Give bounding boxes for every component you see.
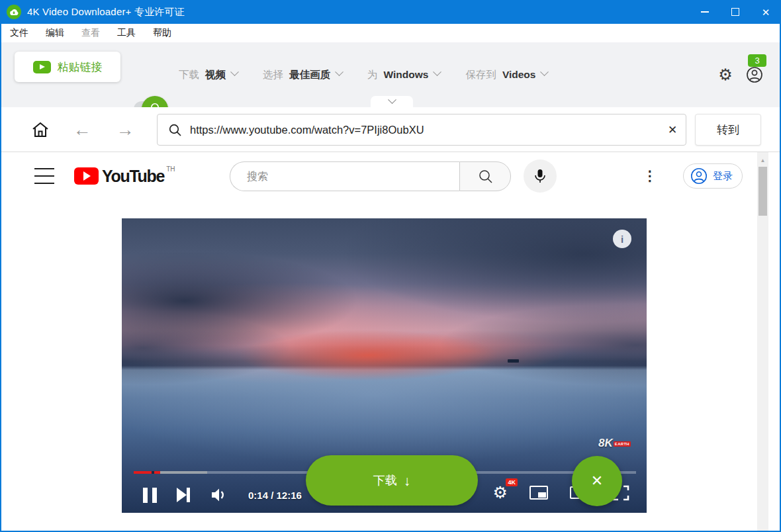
paste-link-label: 粘贴链接 bbox=[58, 60, 103, 75]
forward-button[interactable]: → bbox=[112, 117, 138, 142]
menu-bar: 文件 编辑 查看 工具 帮助 bbox=[1, 24, 780, 42]
back-button[interactable]: ← bbox=[69, 117, 95, 142]
dropdown-value: 最佳画质 bbox=[289, 68, 330, 82]
save-location-dropdown[interactable]: 保存到 Videos bbox=[465, 68, 547, 82]
go-button[interactable]: 转到 bbox=[695, 114, 761, 146]
address-bar: ✕ bbox=[157, 114, 686, 146]
ship-silhouette bbox=[508, 359, 519, 363]
volume-button[interactable] bbox=[210, 486, 228, 504]
search-icon bbox=[168, 123, 182, 137]
close-button[interactable]: ✕ bbox=[751, 0, 781, 24]
download-button[interactable]: 下载 ↓ bbox=[306, 455, 478, 506]
sign-in-label: 登录 bbox=[713, 170, 733, 183]
title-bar: 4K Video Downloader+ 专业许可证 ✕ bbox=[0, 0, 781, 24]
minimize-button[interactable] bbox=[690, 0, 720, 24]
dropdown-value: Videos bbox=[502, 69, 536, 81]
watermark-tag: EARTH bbox=[614, 441, 631, 447]
youtube-search bbox=[230, 161, 511, 191]
quality-dropdown[interactable]: 选择 最佳画质 bbox=[263, 68, 342, 82]
player-controls-left: 0:14 / 12:16 bbox=[143, 482, 302, 508]
scrollbar[interactable]: ▲ bbox=[757, 152, 768, 531]
watermark-text: 8K bbox=[598, 437, 613, 450]
notification-badge: 3 bbox=[748, 54, 766, 67]
dropdown-prefix: 选择 bbox=[263, 68, 283, 82]
time-display: 0:14 / 12:16 bbox=[248, 490, 302, 501]
platform-dropdown[interactable]: 为 Windows bbox=[367, 68, 440, 82]
close-icon: ✕ bbox=[591, 472, 603, 490]
dropdown-prefix: 保存到 bbox=[465, 68, 496, 82]
youtube-region-label: TH bbox=[166, 165, 175, 174]
speaker-icon bbox=[210, 486, 228, 504]
back-arrow-icon: ← bbox=[73, 120, 91, 140]
sign-in-button[interactable]: 登录 bbox=[683, 163, 743, 189]
home-icon bbox=[31, 121, 50, 138]
scrollbar-thumb[interactable] bbox=[758, 167, 767, 216]
maximize-icon bbox=[731, 8, 739, 16]
chevron-down-icon bbox=[434, 67, 442, 76]
maximize-button[interactable] bbox=[720, 0, 751, 24]
menu-edit[interactable]: 编辑 bbox=[37, 24, 73, 42]
person-circle-icon bbox=[690, 167, 708, 185]
forward-arrow-icon: → bbox=[116, 120, 134, 140]
pause-button[interactable] bbox=[143, 488, 157, 503]
voice-search-button[interactable] bbox=[524, 159, 557, 193]
dropdown-prefix: 为 bbox=[367, 68, 378, 82]
scroll-up-button[interactable]: ▲ bbox=[757, 155, 768, 165]
chevron-down-icon bbox=[388, 95, 396, 104]
chevron-down-icon bbox=[335, 67, 344, 76]
player-settings-button[interactable]: ⚙ 4K bbox=[493, 484, 508, 501]
youtube-logo[interactable]: YouTube TH bbox=[74, 165, 175, 187]
download-label: 下载 bbox=[373, 472, 397, 488]
miniplayer-icon bbox=[538, 492, 546, 498]
app-logo-icon bbox=[7, 5, 21, 19]
kebab-menu-icon: ⋮ bbox=[643, 168, 657, 184]
menu-tools[interactable]: 工具 bbox=[109, 24, 144, 42]
next-button[interactable] bbox=[177, 488, 190, 502]
youtube-page: YouTube TH ⋮ 登录 i 8K bbox=[1, 152, 757, 531]
youtube-header: YouTube TH ⋮ 登录 bbox=[1, 152, 757, 200]
info-button[interactable]: i bbox=[613, 230, 631, 248]
search-icon bbox=[478, 169, 493, 184]
next-icon bbox=[177, 488, 187, 502]
miniplayer-button[interactable] bbox=[529, 486, 548, 500]
account-button[interactable] bbox=[743, 42, 766, 107]
video-player[interactable]: i 8K EARTH 0:14 / 12:16 bbox=[122, 218, 647, 513]
pause-icon bbox=[152, 488, 157, 503]
hamburger-menu-button[interactable] bbox=[34, 168, 54, 184]
close-icon: ✕ bbox=[762, 7, 770, 17]
more-options-button[interactable]: ⋮ bbox=[641, 163, 659, 189]
window-title: 4K Video Downloader+ 专业许可证 bbox=[27, 6, 185, 19]
gear-icon: ⚙ bbox=[718, 66, 733, 84]
browser-bar: ← → ✕ 转到 bbox=[1, 107, 780, 152]
youtube-logo-text: YouTube bbox=[102, 165, 164, 187]
menu-view[interactable]: 查看 bbox=[73, 24, 109, 42]
search-input[interactable] bbox=[230, 161, 459, 191]
window-controls: ✕ bbox=[690, 0, 781, 24]
arrow-up-icon: ▲ bbox=[760, 157, 766, 163]
minimize-icon bbox=[701, 11, 709, 13]
progress-handle[interactable] bbox=[154, 471, 160, 474]
settings-button[interactable]: ⚙ bbox=[715, 42, 736, 107]
dropdown-prefix: 下载 bbox=[179, 68, 199, 82]
search-button[interactable] bbox=[459, 161, 511, 191]
close-icon: ✕ bbox=[668, 123, 677, 137]
info-icon: i bbox=[621, 234, 623, 245]
chevron-down-icon bbox=[541, 67, 549, 76]
download-type-dropdown[interactable]: 下载 视频 bbox=[179, 68, 238, 82]
menu-file[interactable]: 文件 bbox=[1, 24, 37, 42]
home-button[interactable] bbox=[29, 119, 52, 140]
options-row: 下载 视频 选择 最佳画质 为 Windows 保存到 Videos bbox=[179, 42, 547, 107]
microphone-icon bbox=[533, 168, 547, 184]
collapse-toolbar-tab[interactable] bbox=[371, 96, 413, 109]
clear-url-button[interactable]: ✕ bbox=[659, 114, 686, 145]
dropdown-value: Windows bbox=[384, 69, 429, 81]
youtube-play-icon bbox=[74, 167, 99, 185]
paste-link-button[interactable]: 粘贴链接 bbox=[15, 52, 120, 82]
menu-help[interactable]: 帮助 bbox=[144, 24, 180, 42]
url-input[interactable] bbox=[190, 124, 659, 136]
app-window: 4K Video Downloader+ 专业许可证 ✕ 文件 编辑 查看 工具… bbox=[0, 0, 781, 532]
pause-icon bbox=[143, 488, 148, 503]
dismiss-fab-button[interactable]: ✕ bbox=[572, 456, 622, 506]
progress-played bbox=[134, 471, 152, 474]
next-icon bbox=[187, 488, 190, 502]
